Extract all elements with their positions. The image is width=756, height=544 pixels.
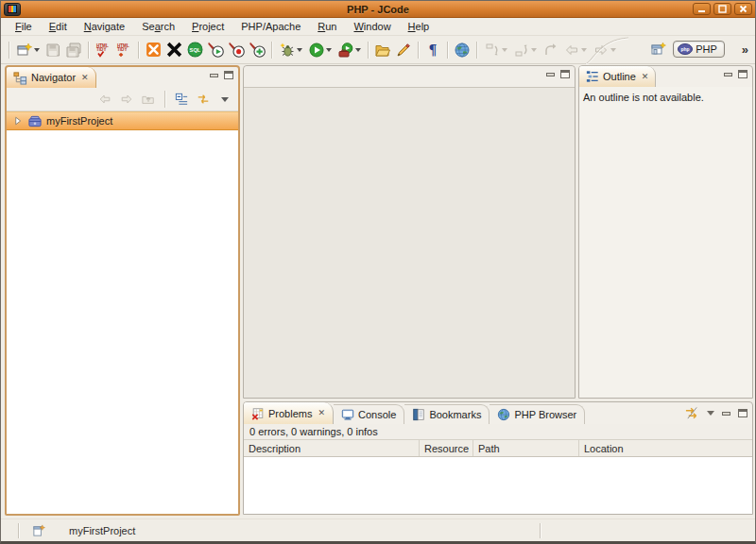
- expander-collapsed-icon[interactable]: [12, 115, 24, 127]
- column-resource[interactable]: Resource: [420, 440, 473, 456]
- outline-maximize-icon[interactable]: [738, 70, 747, 78]
- perspective-switcher: php PHP »: [648, 38, 747, 60]
- tab-console[interactable]: Console: [334, 404, 404, 424]
- run-button[interactable]: [305, 39, 335, 61]
- window-title: PHP - JCode: [1, 4, 755, 15]
- menu-file[interactable]: File: [7, 19, 41, 34]
- show-whitespace-button[interactable]: ¶: [422, 39, 443, 61]
- format-pencil-icon: [396, 42, 411, 58]
- navigator-forward-button[interactable]: [117, 91, 136, 108]
- stop-apache-button[interactable]: [163, 39, 184, 61]
- menu-edit[interactable]: Edit: [41, 19, 76, 34]
- outline-tab-label: Outline: [603, 71, 636, 82]
- navigator-back-button[interactable]: [95, 91, 114, 108]
- problems-tab-close-icon[interactable]: ✕: [318, 409, 325, 417]
- toolbar-separator: [138, 42, 139, 59]
- navigator-tab-close-icon[interactable]: ✕: [81, 74, 89, 82]
- view-menu-icon: [221, 97, 229, 102]
- fast-view-icon[interactable]: [32, 523, 46, 537]
- tree-item-myfirstproject[interactable]: myFirstProject: [7, 111, 238, 130]
- dropdown-caret: [297, 48, 302, 52]
- external-tools-icon: [338, 42, 353, 58]
- tab-bookmarks[interactable]: Bookmarks: [404, 404, 490, 424]
- menu-project[interactable]: Project: [183, 19, 232, 34]
- navigator-up-button[interactable]: [139, 91, 158, 108]
- navigator-minimize-icon[interactable]: [210, 74, 218, 77]
- navigator-tab-label: Navigator: [31, 72, 76, 83]
- html-tidy-check-button[interactable]: HTML TIDY: [93, 39, 113, 61]
- toolbar-overflow-chevron[interactable]: »: [742, 42, 747, 57]
- project-icon: [27, 114, 43, 128]
- html-tidy-upload-button[interactable]: HTML TIDY: [113, 39, 134, 61]
- toolbar-separator: [447, 42, 448, 59]
- sql-button[interactable]: SQL: [184, 39, 205, 61]
- new-script-button[interactable]: [247, 39, 267, 61]
- outline-tab-close-icon[interactable]: ✕: [642, 73, 649, 81]
- navigator-maximize-icon[interactable]: [224, 71, 233, 79]
- menu-window[interactable]: Window: [345, 19, 399, 34]
- open-perspective-icon: [651, 42, 666, 57]
- navigator-minmax: [210, 71, 233, 79]
- open-file-button[interactable]: [372, 39, 393, 61]
- tab-problems[interactable]: Problems ✕: [244, 402, 334, 424]
- application-window: PHP - JCode FileEditNavigateSearchProjec…: [0, 0, 756, 544]
- link-with-editor-button[interactable]: [194, 91, 213, 108]
- dropdown-caret: [326, 48, 332, 52]
- main-toolbar: HTML TIDY HTML TIDY: [1, 36, 755, 64]
- format-button[interactable]: [393, 39, 414, 61]
- toolbar-separator: [88, 42, 89, 59]
- open-folder-icon: [375, 42, 390, 58]
- statusbar-separator: [540, 523, 541, 538]
- next-annotation-button[interactable]: [481, 39, 510, 61]
- menu-php-apache[interactable]: PHP/Apache: [232, 19, 309, 34]
- dropdown-caret: [531, 48, 537, 52]
- previous-annotation-button[interactable]: [510, 39, 540, 61]
- editor-area[interactable]: [243, 65, 576, 399]
- next-annotation-icon: [485, 42, 500, 58]
- column-description[interactable]: Description: [244, 440, 420, 456]
- forward-arrow-icon: [120, 93, 133, 106]
- statusbar-separator: [18, 523, 19, 538]
- outline-minimize-icon[interactable]: [724, 73, 732, 76]
- php-perspective-button[interactable]: php PHP: [673, 41, 725, 58]
- column-path[interactable]: Path: [473, 440, 579, 456]
- save-all-button[interactable]: [63, 39, 84, 61]
- xampp-control-button[interactable]: [143, 39, 163, 61]
- debug-button[interactable]: [276, 39, 305, 61]
- problems-view-menu-icon[interactable]: [707, 411, 714, 416]
- column-location[interactable]: Location: [579, 440, 752, 456]
- problems-table-body[interactable]: [244, 457, 752, 514]
- last-edit-location-button[interactable]: [540, 39, 560, 61]
- problems-tab-label: Problems: [268, 408, 312, 419]
- tab-navigator[interactable]: Navigator ✕: [7, 67, 96, 88]
- editor-minimize-icon[interactable]: [546, 73, 555, 76]
- save-button[interactable]: [43, 39, 63, 61]
- menu-search[interactable]: Search: [133, 19, 183, 34]
- filter-icon[interactable]: [685, 406, 699, 420]
- external-tools-button[interactable]: [335, 39, 364, 61]
- toolbar-curve-divider: [585, 36, 628, 64]
- record-script-button[interactable]: [226, 39, 247, 61]
- open-perspective-button[interactable]: [648, 38, 669, 60]
- outline-minmax: [724, 70, 747, 78]
- collapse-all-button[interactable]: [172, 91, 191, 108]
- dropdown-caret: [355, 48, 361, 52]
- title-bar: PHP - JCode: [1, 1, 755, 18]
- problems-minimize-icon[interactable]: [722, 412, 730, 416]
- tab-php-browser[interactable]: PHP Browser: [490, 404, 585, 424]
- menu-help[interactable]: Help: [400, 19, 438, 34]
- navigator-tree[interactable]: myFirstProject: [7, 110, 238, 514]
- new-wizard-button[interactable]: [13, 39, 43, 61]
- problems-maximize-icon[interactable]: [738, 409, 747, 417]
- toolbar-separator: [418, 42, 419, 59]
- stop-x-icon: [166, 42, 182, 58]
- web-browser-button[interactable]: [452, 39, 472, 61]
- menu-run[interactable]: Run: [309, 19, 345, 34]
- tab-outline[interactable]: Outline ✕: [579, 66, 656, 87]
- navigator-view-menu-button[interactable]: [215, 91, 234, 108]
- run-script-icon: [208, 42, 224, 58]
- outline-icon: [586, 70, 599, 83]
- run-script-button[interactable]: [205, 39, 226, 61]
- menu-navigate[interactable]: Navigate: [76, 19, 133, 34]
- editor-maximize-icon[interactable]: [560, 70, 570, 78]
